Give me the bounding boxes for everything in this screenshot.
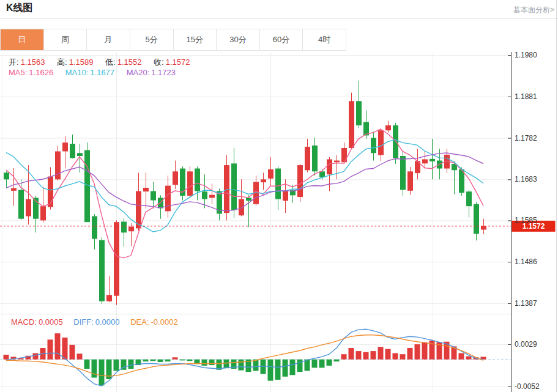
period-tab-bar: 日 周 月 5分 15分 30分 60分 4时 (0, 29, 346, 51)
svg-text:1.1585: 1.1585 (515, 216, 537, 224)
macd-legend: MACD:0.0005 DIFF:0.0000 DEA:-0.0002 (11, 317, 187, 327)
ma-legend: MA5:1.1626 MA10:1.1677 MA20:1.1723 (9, 68, 185, 77)
close-label: 收: (154, 57, 164, 67)
y-axis (508, 52, 511, 392)
svg-text:1.1387: 1.1387 (515, 299, 537, 308)
svg-text:1.1683: 1.1683 (515, 175, 537, 183)
ma-lines (6, 129, 483, 258)
kline-page: K线图 基本面分析> 日 周 月 5分 15分 30分 60分 4时 1.157… (0, 0, 558, 392)
open-value: 1.1563 (21, 57, 45, 67)
axis-labels: 1.19801.18811.17821.16831.15851.14861.13… (515, 52, 540, 391)
ma20-label: MA20: (127, 68, 150, 77)
svg-text:1.1980: 1.1980 (515, 52, 537, 59)
svg-text:1.1486: 1.1486 (515, 257, 537, 266)
tab-day[interactable]: 日 (1, 29, 44, 50)
tab-month[interactable]: 月 (87, 29, 130, 50)
high-label: 高: (57, 57, 67, 67)
ohlc-legend: 开:1.1563 高:1.1589 低:1.1552 收:1.1572 (9, 57, 199, 68)
close-value: 1.1572 (166, 57, 190, 67)
low-label: 低: (105, 57, 116, 67)
ma5-label: MA5: (9, 68, 27, 77)
dea-label: DEA: (130, 317, 149, 327)
svg-text:1.1881: 1.1881 (515, 92, 537, 101)
ma5-line (6, 129, 483, 258)
diff-value: 0.0000 (95, 317, 120, 327)
high-value: 1.1589 (69, 57, 94, 67)
tab-5min[interactable]: 5分 (130, 29, 174, 50)
tab-15min[interactable]: 15分 (174, 29, 217, 50)
chart-area: 1.15721.19801.18811.17821.16831.15851.14… (0, 52, 558, 392)
tab-4hour[interactable]: 4时 (303, 29, 346, 50)
macd-value: 0.0005 (39, 317, 63, 327)
header-divider (0, 18, 558, 19)
ma20-value: 1.1723 (151, 68, 176, 77)
kline-chart-canvas[interactable]: 1.15721.19801.18811.17821.16831.15851.14… (0, 52, 558, 392)
macd-label: MACD: (11, 317, 37, 327)
ma5-value: 1.1626 (29, 68, 53, 77)
svg-text:-0.0052: -0.0052 (515, 382, 540, 391)
open-label: 开: (9, 57, 19, 67)
ma10-label: MA10: (65, 68, 89, 77)
tab-week[interactable]: 周 (44, 29, 87, 50)
page-title: K线图 (6, 2, 33, 15)
tab-60min[interactable]: 60分 (260, 29, 303, 50)
fundamental-analysis-link[interactable]: 基本面分析> (513, 5, 554, 15)
low-value: 1.1552 (117, 57, 142, 67)
dea-value: -0.0002 (151, 317, 178, 327)
svg-text:1.1782: 1.1782 (515, 134, 537, 142)
svg-text:0.0029: 0.0029 (515, 340, 537, 349)
tab-30min[interactable]: 30分 (217, 29, 260, 50)
diff-label: DIFF: (73, 317, 94, 327)
ma10-value: 1.1677 (90, 68, 114, 77)
